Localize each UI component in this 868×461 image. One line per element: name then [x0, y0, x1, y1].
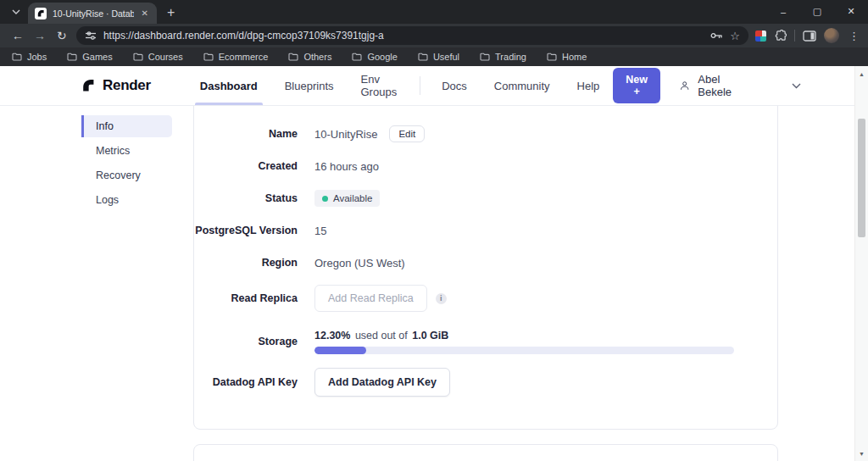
created-value: 16 hours ago	[314, 160, 379, 173]
postgresql-version-value: 15	[314, 225, 326, 237]
sidebar-item-recovery[interactable]: Recovery	[81, 164, 172, 186]
browser-toolbar: ← → ↻ https://dashboard.render.com/d/dpg…	[0, 24, 868, 47]
side-panel-icon[interactable]	[803, 31, 816, 42]
storage-block: 12.30% used out of 1.0 GiB	[314, 329, 734, 354]
scrollbar-down-icon[interactable]: ▼	[855, 451, 868, 457]
folder-icon	[288, 53, 298, 61]
site-settings-icon[interactable]	[85, 31, 97, 41]
url-text[interactable]: https://dashboard.render.com/d/dpg-cmcop…	[103, 30, 704, 42]
nav-dashboard[interactable]: Dashboard	[186, 66, 271, 105]
scrollbar-thumb[interactable]	[858, 119, 865, 237]
bookmark-folder-jobs[interactable]: Jobs	[12, 52, 47, 62]
bookmark-folder-courses[interactable]: Courses	[133, 52, 183, 62]
bookmark-star-icon[interactable]: ☆	[730, 30, 740, 42]
close-button[interactable]: ✕	[834, 0, 868, 23]
bookmark-folder-home[interactable]: Home	[547, 52, 587, 62]
browser-profile-avatar[interactable]	[824, 28, 839, 43]
account-menu[interactable]: Abel Bekele	[679, 73, 737, 98]
nav-label: Env Groups	[361, 73, 398, 98]
toolbar-divider	[794, 30, 795, 42]
nav-docs[interactable]: Docs	[428, 66, 481, 105]
nav-community[interactable]: Community	[481, 66, 564, 105]
region-label: Region	[194, 257, 314, 269]
nav-label: Docs	[442, 80, 467, 92]
name-value: 10-UnityRise Edit	[314, 125, 425, 142]
sidebar-item-label: Recovery	[96, 169, 141, 181]
browser-tab[interactable]: 10-UnityRise · Database · Rend ✕	[28, 3, 157, 24]
browser-titlebar: 10-UnityRise · Database · Rend ✕ + – ▢ ✕	[0, 0, 868, 24]
render-app: Render Dashboard Blueprints Env Groups D…	[0, 66, 868, 461]
folder-icon	[67, 53, 77, 61]
nav-blueprints[interactable]: Blueprints	[271, 66, 348, 105]
nav-label: Help	[577, 80, 600, 92]
row-created: Created 16 hours ago	[194, 150, 777, 182]
bookmark-folder-games[interactable]: Games	[67, 52, 112, 62]
folder-icon	[352, 53, 362, 61]
browser-menu-icon[interactable]: ⋮	[847, 30, 861, 42]
sidebar-item-label: Metrics	[96, 145, 130, 157]
status-badge: Available	[314, 190, 380, 207]
nav-label: Community	[494, 80, 550, 92]
reload-button[interactable]: ↻	[51, 25, 73, 46]
datadog-label: Datadog API Key	[194, 376, 314, 388]
back-button[interactable]: ←	[7, 25, 29, 46]
minimize-button[interactable]: –	[766, 0, 800, 23]
forward-button[interactable]: →	[29, 25, 51, 46]
scrollbar-up-icon[interactable]: ▲	[855, 71, 868, 77]
render-logo[interactable]: Render	[81, 77, 151, 94]
bookmark-folder-useful[interactable]: Useful	[418, 52, 459, 62]
extensions-puzzle-icon[interactable]	[774, 30, 787, 42]
header-right: New + Abel Bekele	[613, 68, 868, 103]
storage-progress-fill	[314, 347, 366, 354]
main-nav: Dashboard Blueprints Env Groups Docs Com…	[186, 66, 613, 105]
folder-icon	[12, 53, 22, 61]
bookmark-folder-google[interactable]: Google	[352, 52, 397, 62]
read-replica-label: Read Replica	[194, 292, 314, 304]
extension-logo-icon[interactable]	[755, 31, 766, 42]
tab-search-button[interactable]	[6, 2, 26, 22]
browser-window: 10-UnityRise · Database · Rend ✕ + – ▢ ✕…	[0, 0, 868, 461]
nav-help[interactable]: Help	[564, 66, 614, 105]
row-storage: Storage 12.30% used out of 1.0 GiB	[194, 318, 777, 365]
url-bar[interactable]: https://dashboard.render.com/d/dpg-cmcop…	[76, 26, 748, 45]
render-favicon-icon	[35, 8, 47, 19]
sidebar-item-info[interactable]: Info	[81, 115, 172, 137]
sidebar-item-metrics[interactable]: Metrics	[81, 140, 172, 162]
read-replica-value: Add Read Replica i	[314, 285, 447, 312]
storage-total: 1.0 GiB	[412, 330, 448, 342]
bookmark-label: Others	[303, 52, 331, 62]
add-read-replica-button[interactable]: Add Read Replica	[314, 285, 427, 312]
render-logo-icon	[81, 78, 96, 93]
edit-name-button[interactable]: Edit	[389, 125, 425, 142]
bookmark-label: Ecommerce	[219, 52, 269, 62]
bookmark-folder-trading[interactable]: Trading	[480, 52, 526, 62]
folder-icon	[547, 53, 557, 61]
info-icon[interactable]: i	[436, 293, 447, 304]
user-name: Abel Bekele	[698, 73, 737, 98]
chevron-down-icon	[12, 9, 20, 14]
storage-progress-track	[314, 347, 734, 354]
database-info-card: Name 10-UnityRise Edit Created 16 hours …	[193, 106, 778, 430]
account-chevron-icon[interactable]	[792, 83, 801, 89]
new-button[interactable]: New +	[613, 68, 660, 103]
nav-label: Blueprints	[285, 80, 334, 92]
add-datadog-api-key-button[interactable]: Add Datadog API Key	[314, 368, 450, 397]
bookmark-label: Google	[367, 52, 397, 62]
sidebar-item-logs[interactable]: Logs	[81, 189, 172, 211]
page-scrollbar[interactable]: ▲ ▼	[854, 66, 868, 461]
new-tab-button[interactable]: +	[167, 6, 175, 19]
status-label: Status	[194, 192, 314, 204]
folder-icon	[203, 53, 214, 61]
tab-close-icon[interactable]: ✕	[140, 8, 150, 18]
bookmark-folder-others[interactable]: Others	[288, 52, 331, 62]
maximize-button[interactable]: ▢	[800, 0, 834, 23]
window-controls: – ▢ ✕	[766, 0, 868, 23]
bookmark-label: Useful	[433, 52, 459, 62]
user-icon	[679, 77, 690, 94]
app-body: Info Metrics Recovery Logs Name 10-Unity…	[0, 106, 868, 461]
nav-env-groups[interactable]: Env Groups	[348, 66, 411, 105]
bookmark-label: Jobs	[27, 52, 47, 62]
password-key-icon[interactable]	[710, 31, 723, 40]
bookmark-folder-ecommerce[interactable]: Ecommerce	[203, 52, 269, 62]
row-status: Status Available	[194, 182, 777, 214]
